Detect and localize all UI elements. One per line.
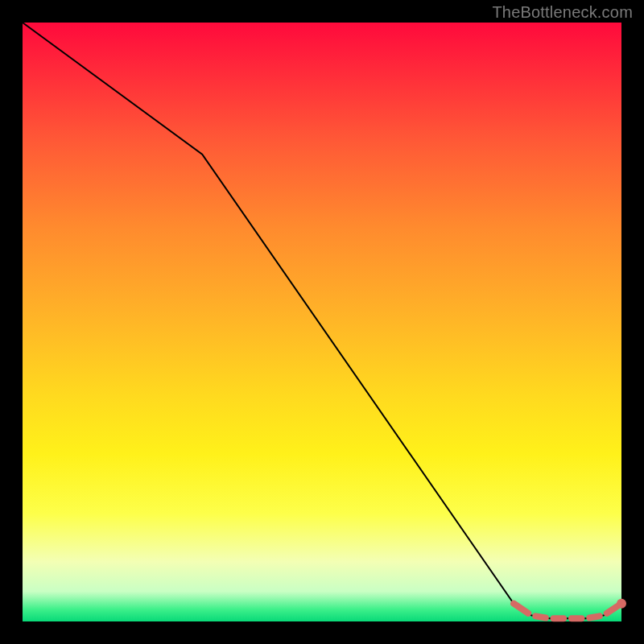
highlight-dash-group [514,604,618,619]
chart-plot-area [23,23,621,621]
chart-overlay [23,23,621,621]
highlight-dash-segment [535,616,546,617]
watermark-text: TheBottleneck.com [492,3,633,22]
highlight-dash-segment [589,616,600,617]
highlight-dash-segment [514,604,528,613]
highlight-dash-segment [607,606,618,613]
end-dot-icon [617,599,626,609]
main-curve [23,23,621,618]
chart-container: TheBottleneck.com [0,0,644,644]
